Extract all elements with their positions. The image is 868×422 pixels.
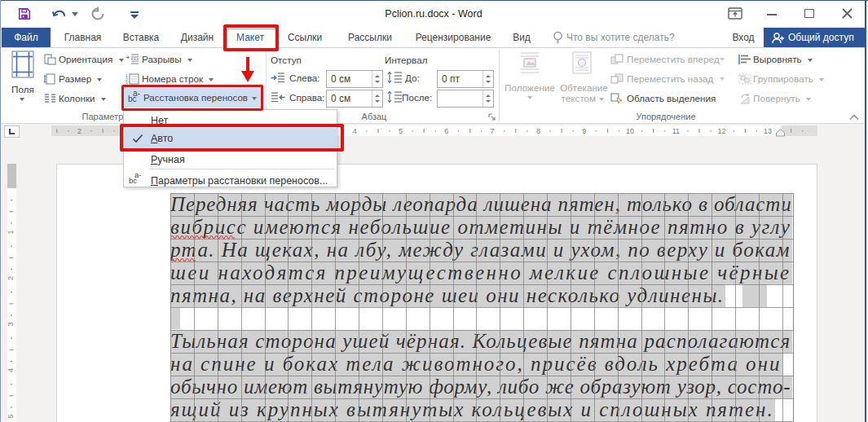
svg-text:2: 2: [77, 127, 82, 135]
svg-text:4: 4: [353, 127, 357, 135]
svg-text:4: 4: [7, 368, 15, 372]
svg-text:12: 12: [718, 127, 726, 135]
svg-text:11: 11: [672, 127, 680, 135]
svg-text:9: 9: [582, 127, 586, 135]
svg-text:3: 3: [7, 322, 15, 326]
svg-text:1: 1: [7, 230, 15, 234]
svg-text:10: 10: [626, 127, 634, 135]
svg-text:5: 5: [7, 414, 15, 418]
svg-text:13: 13: [764, 127, 772, 135]
svg-text:6: 6: [444, 127, 448, 135]
svg-text:5: 5: [399, 127, 403, 135]
svg-text:7: 7: [491, 127, 495, 135]
svg-text:8: 8: [536, 127, 540, 135]
svg-text:2: 2: [7, 276, 15, 280]
